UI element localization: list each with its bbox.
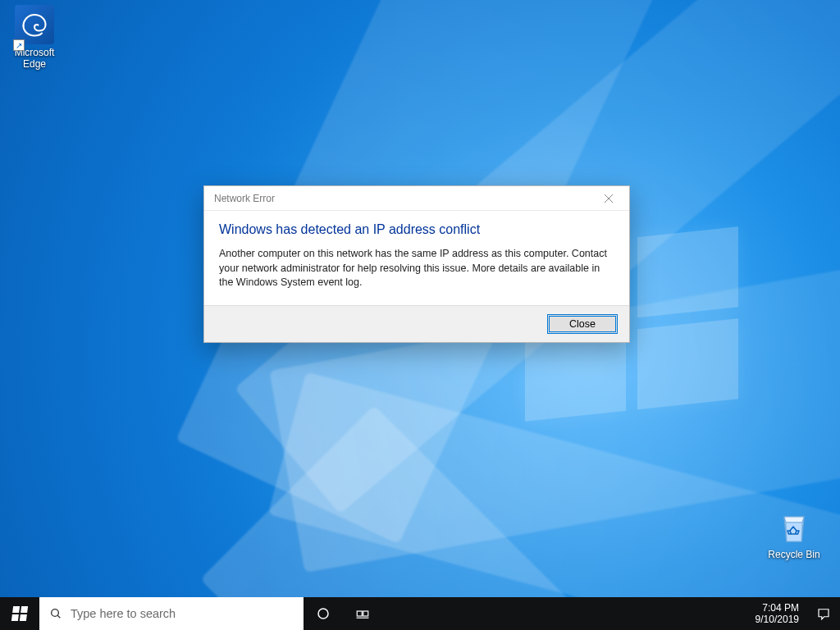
tray-date: 9/10/2019 xyxy=(756,614,799,625)
system-tray[interactable]: 7:04 PM 9/10/2019 xyxy=(746,597,807,630)
dialog-title: Network Error xyxy=(214,193,275,204)
action-center-button[interactable] xyxy=(807,597,840,630)
cortana-circle-icon xyxy=(316,606,331,621)
task-view-icon xyxy=(355,606,370,621)
svg-line-2 xyxy=(57,615,60,618)
dialog-heading: Windows has detected an IP address confl… xyxy=(219,222,614,237)
svg-rect-5 xyxy=(363,611,368,616)
cortana-button[interactable] xyxy=(304,597,343,630)
desktop-icon-edge[interactable]: ↗ Microsoft Edge xyxy=(3,5,66,71)
desktop-icon-label: Recycle Bin xyxy=(763,550,825,561)
desktop-icon-label: Microsoft Edge xyxy=(3,48,66,71)
desktop-background: ↗ Microsoft Edge Recycle Bin Network Err… xyxy=(0,0,840,630)
notification-icon xyxy=(816,606,831,621)
search-icon xyxy=(49,607,62,620)
taskbar-clock[interactable]: 7:04 PM 9/10/2019 xyxy=(756,602,804,626)
taskbar-search-box[interactable]: Type here to search xyxy=(39,597,304,630)
edge-icon xyxy=(15,5,54,44)
desktop-icon-recycle-bin[interactable]: Recycle Bin xyxy=(763,507,825,561)
windows-start-icon xyxy=(11,606,28,621)
svg-rect-4 xyxy=(357,611,362,616)
close-button[interactable]: Close xyxy=(547,314,618,334)
taskbar: Type here to search 7:04 PM 9/10/2019 xyxy=(0,597,840,630)
svg-point-3 xyxy=(318,609,328,619)
dialog-footer: Close xyxy=(204,305,629,342)
dialog-close-x[interactable] xyxy=(595,189,623,208)
start-button[interactable] xyxy=(0,597,39,630)
network-error-dialog: Network Error Windows has detected an IP… xyxy=(203,185,630,343)
close-icon xyxy=(604,194,614,203)
tray-time: 7:04 PM xyxy=(756,602,799,614)
search-placeholder: Type here to search xyxy=(71,607,176,620)
shortcut-arrow-icon: ↗ xyxy=(13,39,25,51)
recycle-bin-icon xyxy=(774,507,814,546)
svg-point-1 xyxy=(52,609,59,617)
task-view-button[interactable] xyxy=(343,597,382,630)
dialog-message: Another computer on this network has the… xyxy=(219,247,614,290)
dialog-titlebar[interactable]: Network Error xyxy=(204,186,629,211)
